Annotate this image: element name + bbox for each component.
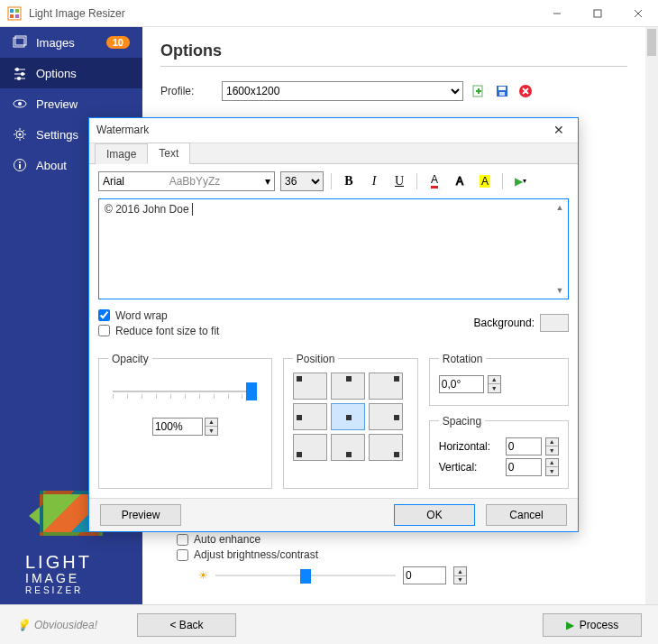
position-legend: Position	[293, 353, 339, 365]
window-maximize-button[interactable]	[577, 0, 617, 27]
position-top-center[interactable]	[331, 373, 365, 400]
opacity-slider[interactable]	[113, 380, 257, 407]
dialog-preview-button[interactable]: Preview	[100, 504, 181, 526]
page-heading: Options	[160, 41, 627, 60]
position-group: Position	[283, 353, 418, 489]
profile-new-icon[interactable]	[471, 83, 487, 99]
svg-point-16	[17, 77, 21, 80]
font-highlight-button[interactable]: A	[475, 171, 495, 191]
dialog-close-button[interactable]: ✕	[547, 123, 571, 137]
opacity-group: Opacity ▲▼	[98, 353, 272, 489]
profile-select[interactable]: 1600x1200	[222, 81, 463, 101]
adjust-bc-label: Adjust brightness/contrast	[194, 548, 318, 561]
font-color-button[interactable]: A	[425, 171, 444, 191]
font-preview: AaBbYyZz	[169, 175, 221, 188]
sidebar-item-images[interactable]: Images 10	[0, 27, 142, 58]
dialog-title: Watermark	[96, 124, 547, 136]
spacing-v-stepper[interactable]: ▲▼	[545, 458, 559, 476]
brand-line1: LIGHT	[25, 552, 142, 572]
svg-point-20	[19, 133, 22, 136]
tab-image[interactable]: Image	[95, 143, 148, 164]
font-name-value: Arial	[103, 175, 124, 188]
brightness-value-input[interactable]	[403, 566, 446, 584]
adjust-bc-checkbox[interactable]: Adjust brightness/contrast	[177, 548, 467, 561]
svg-point-18	[18, 102, 22, 106]
dialog-cancel-button[interactable]: Cancel	[486, 504, 567, 526]
svg-point-14	[21, 72, 24, 76]
sidebar-item-preview[interactable]: Preview	[0, 88, 142, 119]
auto-enhance-checkbox[interactable]: Auto enhance	[177, 533, 467, 546]
brightness-slider[interactable]	[215, 567, 396, 584]
dialog-ok-label: OK	[426, 509, 442, 521]
window-titlebar: Light Image Resizer	[0, 0, 658, 27]
spacing-h-input[interactable]	[506, 437, 542, 455]
textarea-scroll-up[interactable]: ▲	[553, 201, 566, 214]
spacing-v-label: Vertical:	[439, 461, 502, 474]
window-minimize-button[interactable]	[536, 0, 577, 27]
spacing-v-input[interactable]	[506, 458, 542, 476]
info-icon	[13, 158, 27, 172]
italic-button[interactable]: I	[364, 171, 384, 191]
position-top-left[interactable]	[293, 373, 327, 400]
svg-line-26	[23, 138, 25, 140]
brightness-stepper[interactable]: ▲▼	[453, 566, 467, 584]
profile-label: Profile:	[160, 85, 215, 97]
svg-point-12	[15, 68, 19, 71]
dialog-footer: Preview OK Cancel	[89, 498, 578, 531]
vendor-brand-text: Obviousidea!	[34, 619, 97, 631]
divider	[160, 66, 627, 67]
eye-icon	[13, 97, 27, 111]
bold-button[interactable]: B	[339, 171, 359, 191]
spacing-h-label: Horizontal:	[439, 440, 502, 453]
font-size-select[interactable]: 36	[280, 171, 324, 191]
rotation-value-input[interactable]	[439, 375, 484, 393]
font-outline-button[interactable]: A	[450, 171, 470, 191]
word-wrap-checkbox[interactable]: Word wrap	[98, 309, 219, 322]
profile-save-icon[interactable]	[494, 83, 510, 99]
gear-icon	[13, 127, 27, 142]
tab-text[interactable]: Text	[147, 143, 190, 164]
brand-line3: RESIZER	[25, 585, 142, 595]
opacity-value-input[interactable]	[152, 418, 203, 436]
back-button[interactable]: < Back	[137, 613, 236, 637]
background-label: Background:	[474, 317, 535, 329]
svg-rect-37	[499, 92, 505, 96]
process-button-label: Process	[580, 619, 618, 631]
opacity-stepper[interactable]: ▲▼	[205, 418, 218, 436]
brightness-icon: ☀	[198, 569, 208, 582]
position-bottom-center[interactable]	[331, 434, 365, 461]
position-middle-center[interactable]	[331, 403, 365, 430]
position-middle-right[interactable]	[369, 403, 403, 430]
position-bottom-left[interactable]	[293, 434, 327, 461]
insert-field-button[interactable]: ▶▾	[510, 171, 530, 191]
profile-delete-icon[interactable]	[517, 83, 534, 99]
textarea-scroll-down[interactable]: ▼	[553, 284, 566, 297]
watermark-text-input[interactable]: © 2016 John Doe ▲ ▼	[98, 198, 569, 299]
svg-line-28	[15, 138, 17, 140]
brand-line2: IMAGE	[25, 572, 142, 585]
process-button[interactable]: ▶Process	[543, 613, 642, 637]
background-color-swatch[interactable]	[540, 314, 569, 332]
position-top-right[interactable]	[369, 373, 403, 400]
images-icon	[13, 35, 27, 50]
window-close-button[interactable]	[617, 0, 658, 27]
dialog-ok-button[interactable]: OK	[394, 504, 475, 526]
sidebar-item-options[interactable]: Options	[0, 58, 142, 88]
position-middle-left[interactable]	[293, 403, 327, 430]
watermark-text-value: © 2016 John Doe	[105, 203, 189, 216]
play-icon: ▶	[566, 619, 574, 631]
window-title: Light Image Resizer	[29, 7, 536, 20]
chevron-down-icon: ▾	[265, 175, 270, 188]
sidebar-badge: 10	[106, 36, 130, 49]
svg-rect-2	[15, 9, 19, 13]
reduce-fit-checkbox[interactable]: Reduce font size to fit	[98, 325, 219, 337]
rotation-stepper[interactable]: ▲▼	[488, 375, 501, 393]
underline-button[interactable]: U	[389, 171, 409, 191]
spacing-h-stepper[interactable]: ▲▼	[545, 437, 559, 455]
content-scrollbar[interactable]	[645, 27, 658, 604]
vendor-brand: 💡 Obviousidea!	[16, 619, 97, 631]
font-family-select[interactable]: Arial AaBbYyZz ▾	[98, 171, 275, 191]
position-bottom-right[interactable]	[369, 434, 403, 461]
scrollbar-thumb[interactable]	[647, 29, 656, 56]
svg-rect-4	[15, 14, 19, 18]
